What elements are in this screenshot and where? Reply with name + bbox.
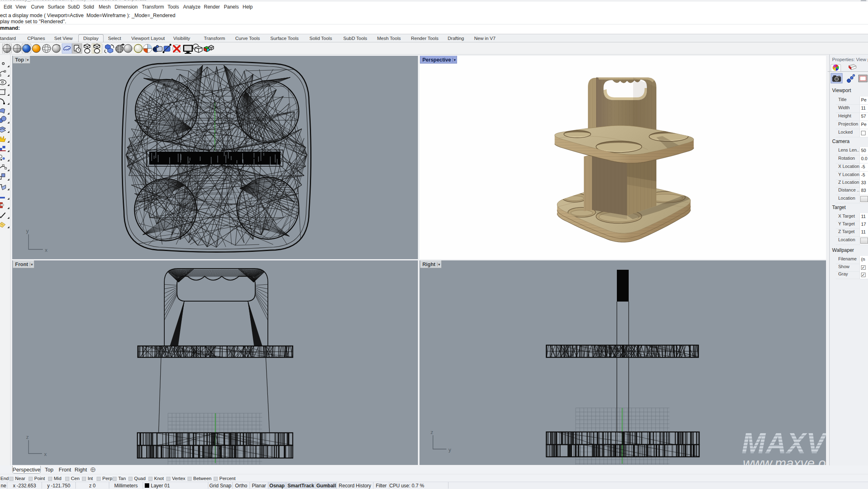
svg-text:www.maxve.org: www.maxve.org (743, 456, 826, 465)
svg-text:z: z (26, 434, 29, 440)
svg-text:y: y (26, 228, 29, 234)
svg-text:x: x (44, 451, 47, 457)
svg-text:MAXVE: MAXVE (742, 427, 826, 459)
svg-text:x: x (45, 247, 48, 253)
